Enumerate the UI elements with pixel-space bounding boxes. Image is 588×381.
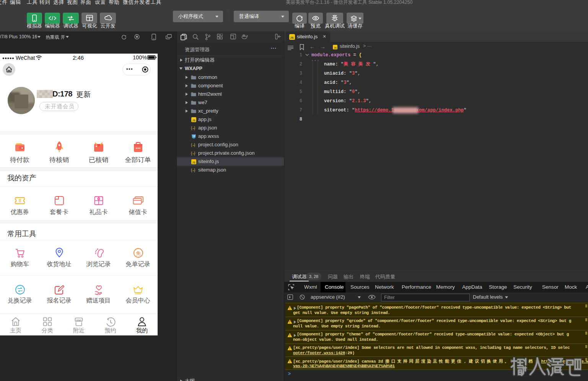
- svg-text:}: }: [194, 168, 195, 172]
- svg-text:}: }: [194, 126, 195, 130]
- svg-text:JS: JS: [192, 161, 196, 164]
- svg-text:}: }: [194, 151, 195, 155]
- svg-text:JS: JS: [290, 36, 293, 39]
- svg-text:JS: JS: [192, 119, 196, 122]
- svg-text:{: {: [191, 151, 192, 155]
- svg-text:免: 免: [136, 250, 141, 256]
- svg-text:{: {: [191, 168, 192, 172]
- svg-text:{: {: [191, 126, 192, 130]
- svg-text:JS: JS: [334, 47, 337, 49]
- svg-text:}: }: [194, 143, 195, 147]
- svg-text:{: {: [191, 143, 192, 147]
